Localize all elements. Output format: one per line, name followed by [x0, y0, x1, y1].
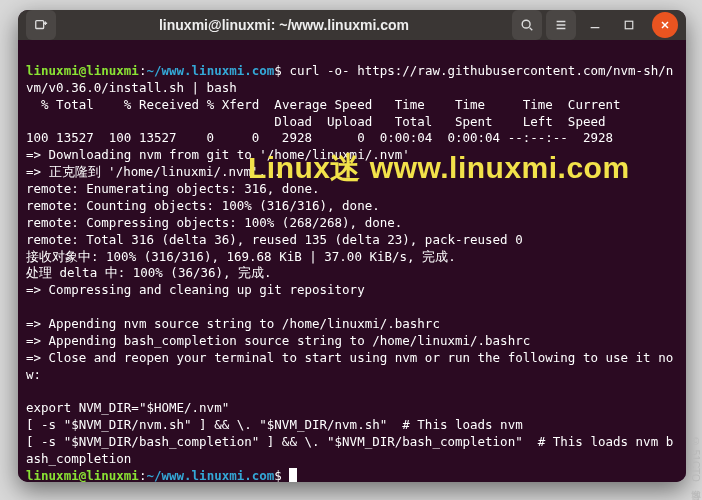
prompt-path: ~/www.linuxmi.com — [146, 63, 274, 78]
svg-rect-0 — [36, 21, 44, 29]
out-line: => Close and reopen your terminal to sta… — [26, 350, 673, 382]
search-button[interactable] — [512, 10, 542, 40]
out-line: [ -s "$NVM_DIR/bash_completion" ] && \. … — [26, 434, 673, 466]
out-line: remote: Total 316 (delta 36), reused 135… — [26, 232, 523, 247]
minimize-button[interactable] — [580, 10, 610, 40]
titlebar: linuxmi@linuxmi: ~/www.linuxmi.com — [18, 10, 686, 40]
out-line: [ -s "$NVM_DIR/nvm.sh" ] && \. "$NVM_DIR… — [26, 417, 523, 432]
close-button[interactable] — [652, 12, 678, 38]
svg-line-4 — [530, 28, 533, 31]
out-line: remote: Enumerating objects: 316, done. — [26, 181, 320, 196]
out-line: remote: Compressing objects: 100% (268/2… — [26, 215, 402, 230]
curl-header2: Dload Upload Total Spent Left Speed — [26, 114, 606, 129]
out-line: export NVM_DIR="$HOME/.nvm" — [26, 400, 229, 415]
out-line: => Appending bash_completion source stri… — [26, 333, 530, 348]
window-title: linuxmi@linuxmi: ~/www.linuxmi.com — [60, 17, 508, 33]
out-line: remote: Counting objects: 100% (316/316)… — [26, 198, 380, 213]
out-line: => Downloading nvm from git to '/home/li… — [26, 147, 410, 162]
curl-row: 100 13527 100 13527 0 0 2928 0 0:00:04 0… — [26, 130, 613, 145]
prompt-user: linuxmi@linuxmi — [26, 468, 139, 482]
out-line: => Compressing and cleaning up git repos… — [26, 282, 365, 297]
side-credit: © 51CTO博客 — [688, 436, 702, 482]
terminal-body[interactable]: linuxmi@linuxmi:~/www.linuxmi.com$ curl … — [18, 40, 686, 482]
terminal-window: linuxmi@linuxmi: ~/www.linuxmi.com linux… — [18, 10, 686, 482]
menu-button[interactable] — [546, 10, 576, 40]
prompt-path: ~/www.linuxmi.com — [146, 468, 274, 482]
out-line: 接收对象中: 100% (316/316), 169.68 KiB | 37.0… — [26, 249, 456, 264]
prompt-dollar: $ — [274, 63, 282, 78]
out-line: 处理 delta 中: 100% (36/36), 完成. — [26, 265, 272, 280]
out-line: => 正克隆到 '/home/linuxmi/.nvm'... — [26, 164, 281, 179]
new-tab-button[interactable] — [26, 10, 56, 40]
svg-point-3 — [522, 20, 530, 28]
prompt-user: linuxmi@linuxmi — [26, 63, 139, 78]
svg-rect-9 — [625, 21, 633, 29]
curl-header1: % Total % Received % Xferd Average Speed… — [26, 97, 621, 112]
out-line: => Appending nvm source string to /home/… — [26, 316, 440, 331]
cursor — [289, 468, 297, 482]
maximize-button[interactable] — [614, 10, 644, 40]
